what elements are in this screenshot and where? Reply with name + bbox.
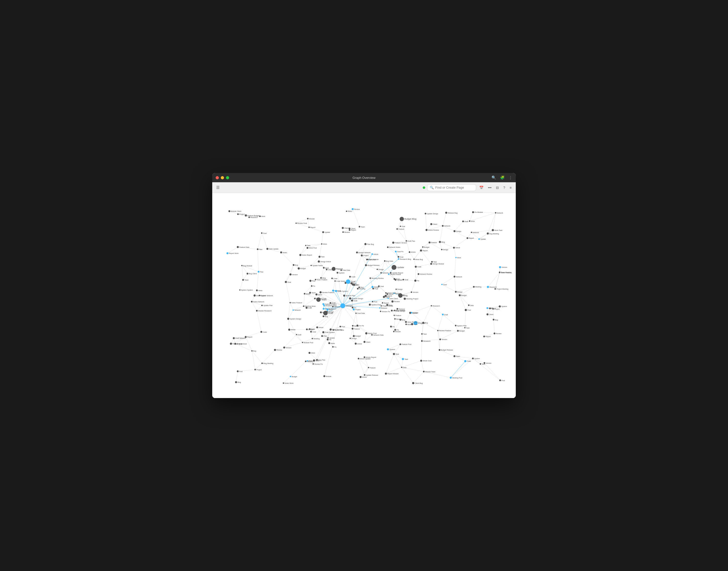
titlebar: Graph Overview 🔍 🧩 ⋮	[212, 173, 516, 182]
hamburger-button[interactable]: ☰	[215, 184, 220, 191]
list-view-button[interactable]: ≡	[509, 185, 513, 190]
window-title: Graph Overview	[353, 176, 375, 180]
help-button[interactable]: ?	[502, 185, 507, 190]
graph-canvas[interactable]	[212, 193, 516, 398]
calendar-button[interactable]: 📅	[478, 185, 485, 190]
titlebar-right-icons: 🔍 🧩 ⋮	[491, 176, 512, 180]
toolbar-right: 🔍 📅 ••• ⊟ ? ≡	[423, 184, 513, 191]
toolbar-left: ☰	[215, 184, 220, 191]
search-input[interactable]	[435, 186, 473, 189]
graph-container[interactable]	[212, 193, 516, 398]
puzzle-icon[interactable]: 🧩	[500, 176, 505, 180]
toolbar: ☰ 🔍 📅 ••• ⊟ ? ≡	[212, 182, 516, 193]
search-bar[interactable]: 🔍	[427, 184, 476, 191]
status-indicator	[423, 187, 425, 189]
columns-button[interactable]: ⊟	[495, 185, 500, 190]
more-options-button[interactable]: •••	[487, 185, 493, 190]
app-window: Graph Overview 🔍 🧩 ⋮ ☰ 🔍 📅 ••• ⊟ ? ≡	[212, 173, 516, 398]
search-titlebar-icon[interactable]: 🔍	[491, 176, 496, 180]
traffic-lights	[216, 176, 229, 179]
minimize-button[interactable]	[221, 176, 224, 179]
search-icon: 🔍	[430, 186, 434, 189]
more-vertical-icon[interactable]: ⋮	[509, 176, 512, 180]
maximize-button[interactable]	[226, 176, 229, 179]
close-button[interactable]	[216, 176, 219, 179]
